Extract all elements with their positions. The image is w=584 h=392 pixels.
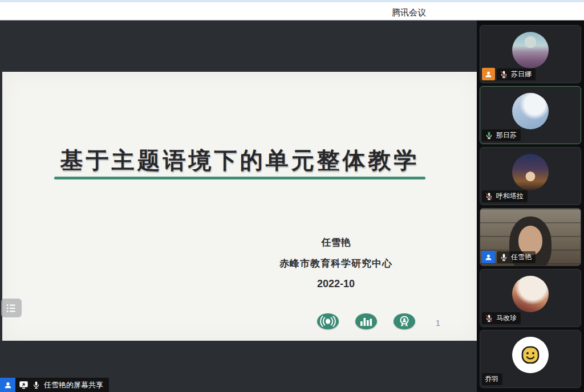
participant-name: 乔羽 [485, 374, 498, 384]
bar-chart-icon [355, 313, 377, 329]
participant-tile-renxueyan[interactable]: 任雪艳 [480, 208, 581, 266]
presentation-slide: 基于主题语境下的单元整体教学 任雪艳 赤峰市教育科学研究中心 2022-10 [2, 72, 477, 341]
slide-title-underline [54, 177, 425, 179]
participant-tile-surina[interactable]: 苏日娜 [480, 25, 581, 83]
mic-muted-icon [485, 192, 493, 201]
avatar [512, 276, 549, 312]
mic-muted-icon [500, 70, 508, 79]
mic-muted-icon [485, 314, 493, 322]
participant-tile-huhetala[interactable]: 呼和塔拉 [480, 147, 581, 205]
name-chip: 乔羽 [482, 373, 502, 385]
window-titlebar: 腾讯会议 [0, 2, 584, 21]
name-chip: 任雪艳 [497, 251, 536, 263]
participant-name: 呼和塔拉 [496, 191, 524, 201]
tencent-meeting-window: 腾讯会议 基于主题语境下的单元整体教学 任雪艳 赤峰市教育科学研究中心 2022… [0, 0, 584, 392]
member-badge-icon [0, 378, 15, 392]
screen-share-icon [19, 381, 29, 389]
slide-footer-icons [317, 313, 415, 329]
slide-date: 2022-10 [253, 278, 419, 290]
participant-tile-qiaoyu[interactable]: 乔羽 [480, 330, 581, 388]
name-chip: 呼和塔拉 [482, 190, 528, 202]
slide-page-number: 1 [431, 318, 445, 328]
annotation-list-button[interactable] [1, 299, 22, 317]
participant-name: 苏日娜 [511, 70, 532, 79]
screen-share-stage: 基于主题语境下的单元整体教学 任雪艳 赤峰市教育科学研究中心 2022-10 [0, 21, 477, 392]
member-badge-icon [482, 68, 495, 80]
smiley-icon [521, 345, 540, 365]
slide-organization: 赤峰市教育科学研究中心 [253, 257, 419, 270]
name-chip: 那日苏 [482, 129, 521, 141]
slide-info-block: 任雪艳 赤峰市教育科学研究中心 2022-10 [253, 236, 419, 290]
participant-name: 马改珍 [496, 313, 517, 323]
mic-on-icon [500, 253, 508, 262]
sharer-status-bar[interactable]: 任雪艳的屏幕共享 [0, 378, 109, 392]
mic-active-icon [485, 131, 493, 140]
share-label-chip: 任雪艳的屏幕共享 [15, 378, 109, 392]
avatar [512, 154, 549, 190]
participant-name: 那日苏 [496, 130, 517, 140]
participant-tile-narisu[interactable]: 那日苏 [480, 86, 581, 144]
annotation-list-icon [5, 303, 18, 314]
avatar [512, 93, 549, 129]
award-ribbon-icon [394, 313, 415, 329]
slide-author: 任雪艳 [253, 236, 419, 249]
mic-on-icon [32, 381, 40, 389]
participants-sidebar: 苏日娜 那日苏 [477, 21, 584, 392]
name-chip: 苏日娜 [497, 68, 536, 80]
broadcast-icon [317, 313, 339, 329]
slide-title: 基于主题语境下的单元整体教学 [2, 145, 477, 176]
share-label: 任雪艳的屏幕共享 [44, 380, 103, 390]
participant-tile-magaizhen[interactable]: 马改珍 [480, 269, 581, 327]
avatar [512, 32, 549, 68]
name-chip: 马改珍 [482, 312, 521, 324]
app-title: 腾讯会议 [392, 7, 426, 18]
avatar [512, 337, 549, 373]
participant-name: 任雪艳 [511, 252, 532, 262]
member-badge-icon [482, 251, 495, 263]
